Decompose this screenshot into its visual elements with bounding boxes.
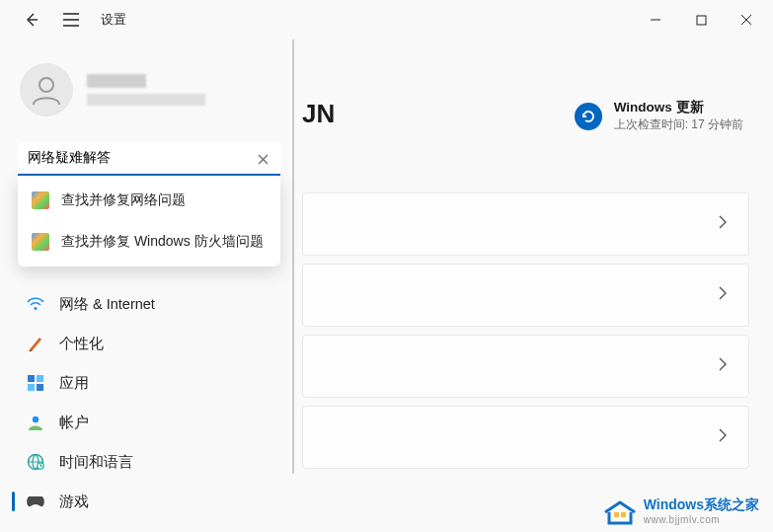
sidebar-item-label: 游戏 <box>59 493 89 511</box>
svg-rect-12 <box>621 512 626 517</box>
sidebar-item-label: 个性化 <box>59 335 104 353</box>
sidebar-item-label: 网络 & Internet <box>59 295 155 314</box>
settings-card[interactable] <box>302 335 749 398</box>
sidebar-item-label: 帐户 <box>59 414 89 432</box>
person-icon <box>26 413 45 432</box>
search-input[interactable] <box>18 142 280 176</box>
globe-icon <box>26 452 45 472</box>
chevron-right-icon <box>718 428 727 446</box>
sidebar-item-accessibility[interactable]: 辅助功能 <box>14 521 284 532</box>
update-icon <box>575 103 602 130</box>
sidebar-item-accounts[interactable]: 帐户 <box>14 403 284 442</box>
sidebar-item-personalize[interactable]: 个性化 <box>14 324 284 363</box>
sidebar-item-apps[interactable]: 应用 <box>14 363 284 403</box>
svg-point-7 <box>33 417 39 422</box>
svg-point-2 <box>34 307 37 310</box>
close-button[interactable] <box>724 4 769 36</box>
svg-rect-0 <box>697 16 706 25</box>
watermark-url: www.bjjmlv.com <box>644 514 759 525</box>
brush-icon <box>26 334 45 353</box>
svg-rect-11 <box>614 512 619 517</box>
svg-rect-5 <box>28 384 35 391</box>
menu-button[interactable] <box>61 10 81 30</box>
settings-card[interactable] <box>302 406 749 469</box>
page-title: JN <box>302 99 335 129</box>
troubleshoot-icon <box>32 233 49 251</box>
game-icon <box>26 492 45 511</box>
suggestion-label: 查找并修复网络问题 <box>61 191 186 209</box>
suggestion-item[interactable]: 查找并修复网络问题 <box>18 180 280 221</box>
profile-name <box>87 74 146 88</box>
svg-rect-6 <box>37 384 43 391</box>
watermark: Windows系统之家 www.bjjmlv.com <box>602 494 759 526</box>
apps-icon <box>26 373 45 393</box>
windows-update-widget[interactable]: Windows 更新 上次检查时间: 17 分钟前 <box>575 99 749 133</box>
svg-point-1 <box>39 78 53 92</box>
sidebar-item-time-language[interactable]: 时间和语言 <box>14 442 284 482</box>
chevron-right-icon <box>718 286 727 304</box>
watermark-logo-icon <box>602 494 638 526</box>
update-title: Windows 更新 <box>614 99 743 116</box>
clear-search-button[interactable] <box>253 149 272 169</box>
wifi-icon <box>26 294 45 314</box>
svg-rect-4 <box>37 375 43 382</box>
settings-card[interactable] <box>302 192 749 256</box>
maximize-button[interactable] <box>678 4 724 36</box>
chevron-right-icon <box>718 357 727 375</box>
svg-rect-3 <box>28 375 35 382</box>
sidebar-item-gaming[interactable]: 游戏 <box>14 482 284 521</box>
avatar <box>20 63 73 116</box>
window-title: 设置 <box>101 11 126 29</box>
sidebar-nav: 网络 & Internet 个性化 应用 帐户 <box>14 284 284 532</box>
profile-block[interactable] <box>14 63 284 136</box>
search-suggestions: 查找并修复网络问题 查找并修复 Windows 防火墙问题 <box>18 176 280 266</box>
suggestion-item[interactable]: 查找并修复 Windows 防火墙问题 <box>18 221 280 263</box>
back-button[interactable] <box>22 10 41 30</box>
update-subtitle: 上次检查时间: 17 分钟前 <box>614 116 743 133</box>
minimize-button[interactable] <box>633 4 678 36</box>
suggestion-label: 查找并修复 Windows 防火墙问题 <box>61 233 264 251</box>
watermark-title: Windows系统之家 <box>644 496 759 514</box>
sidebar-item-label: 时间和语言 <box>59 453 133 472</box>
profile-email <box>87 94 205 106</box>
settings-card[interactable] <box>302 264 749 327</box>
chevron-right-icon <box>718 215 727 233</box>
troubleshoot-icon <box>32 191 49 209</box>
sidebar-item-label: 应用 <box>59 374 89 393</box>
sidebar-item-network[interactable]: 网络 & Internet <box>14 284 284 324</box>
